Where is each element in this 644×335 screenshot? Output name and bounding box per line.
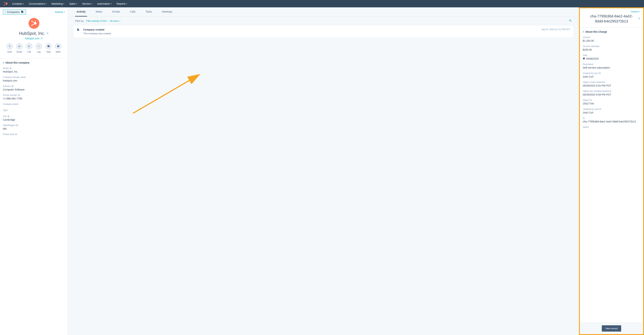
company-property[interactable]: CityiCambridge [0,114,68,123]
company-property[interactable]: Company domain namehubspot.com [0,74,68,83]
company-property[interactable]: IndustryiComputer Software [0,83,68,92]
tab-tasks[interactable]: Tasks [144,7,154,16]
tab-calls[interactable]: Calls [128,7,137,16]
charge-property[interactable]: Amount refunded$200.00 [583,44,640,53]
property-label: Postal codei [3,133,65,136]
charge-property[interactable]: Object create date/time09/28/2020 9:55 P… [583,79,640,88]
property-value: hubspot.com [3,79,65,82]
charge-property[interactable]: Status [583,124,640,130]
nav-service[interactable]: Service▾ [82,2,92,5]
tab-meetings[interactable]: Meetings [161,7,174,16]
property-label: Description [583,63,640,65]
search-icon[interactable] [569,19,572,23]
charge-title: cha-7795b36d-8ae2-4a42-9ddd-b4e295372b13 [590,14,633,23]
email-button[interactable]: ✉Email [16,43,23,53]
activity-timestamp: Sep 24, 2020 at 2:51 PM PDT [542,28,570,35]
charge-property[interactable]: Idcha-7795b36d-8ae2-4a42-9ddd-b4e295372b… [583,115,640,124]
charge-property[interactable]: Object last modified date/time09/28/2020… [583,88,640,97]
info-icon: i [16,124,18,126]
property-label: Cityi [3,115,65,118]
property-value: Computer Software [3,88,65,91]
property-label: Amount [583,36,640,39]
svg-line-14 [32,24,34,25]
property-value: $200.00 [583,48,640,51]
property-label: Object ID [583,99,640,101]
nav-reports[interactable]: Reports▾ [116,2,127,5]
tab-activity[interactable]: Activity [75,7,87,16]
center-panel: Activity Notes Emails Calls Tasks Meetin… [68,7,579,335]
chevron-down-icon: ▾ [46,3,46,5]
company-property[interactable]: Type [0,107,68,114]
log-button[interactable]: ＋Log [36,43,42,53]
tab-notes[interactable]: Notes [94,7,104,16]
activity-desc: This company was created [83,32,111,35]
property-value: 09/08/2020 [583,57,640,60]
property-label: State/Regioni [3,124,65,127]
company-property[interactable]: Company owner [0,101,68,107]
back-to-companies-button[interactable]: ‹ Companies [3,9,26,15]
nav-contacts[interactable]: Contacts▾ [12,2,24,5]
chevron-down-icon: ▾ [583,31,584,33]
property-label: Type [3,109,65,111]
nav-sales[interactable]: Sales▾ [69,2,77,5]
chevron-down-icon: ▾ [639,11,640,12]
svg-line-5 [4,4,6,5]
company-property[interactable]: Postal codei [0,132,68,138]
property-value: $1,200.00 [583,39,640,42]
about-company-section-toggle[interactable]: ▾ About this company [0,58,68,65]
edit-title-icon[interactable]: ✎ [638,17,640,20]
call-button[interactable]: ✆Call [26,43,32,53]
left-actions-dropdown[interactable]: Actions▾ [55,10,65,13]
edit-company-name-icon[interactable]: ✎ [46,32,49,35]
meet-button[interactable]: Meet [55,43,62,53]
charge-property[interactable]: Amount$1,200.00 [583,35,640,44]
svg-rect-22 [78,29,79,31]
charge-property[interactable]: Updated by user IDJosh Curl [583,106,640,115]
property-label: Amount refunded [583,45,640,47]
company-property[interactable]: NameiHubSpot, Inc. [0,65,68,74]
chevron-down-icon: ▾ [76,3,77,5]
property-label: Object create date/time [583,81,640,83]
back-label: Companies [7,10,20,13]
task-button[interactable]: Task [45,43,52,53]
right-actions-dropdown[interactable]: Actions ▾ [631,10,640,13]
svg-point-9 [34,22,36,24]
property-value: Self-service subscription [583,66,640,69]
property-label: Company domain name [3,76,65,78]
email-icon: ✉ [18,45,20,48]
property-label: Created by user ID [583,72,640,74]
company-property[interactable]: Phone numberi+1 888-482-7768 [0,92,68,101]
note-button[interactable]: ✎Note [6,43,13,53]
view-record-button[interactable]: View record [602,325,621,332]
record-tabs: Activity Notes Emails Calls Tasks Meetin… [68,7,579,17]
nav-automation[interactable]: Automation▾ [97,2,112,5]
charge-property[interactable]: Object ID25527744 [583,97,640,106]
charge-property[interactable]: DescriptionSelf-service subscription [583,61,640,70]
chevron-down-icon: ▾ [63,3,64,5]
company-domain-link[interactable]: hubspot.com [25,37,42,40]
property-label: Namei [3,67,65,69]
property-value: Josh Curl [583,111,640,114]
property-value: MA [3,127,65,130]
tab-emails[interactable]: Emails [111,7,121,16]
filter-users-dropdown[interactable]: All users ▾ [110,19,120,22]
svg-rect-17 [57,45,59,47]
about-charge-section-toggle[interactable]: ▾ About this Charge [583,27,640,35]
activity-card: Company created This company was created… [73,25,574,38]
svg-point-19 [570,20,571,21]
charge-property[interactable]: Date09/08/2020 [583,53,640,61]
right-preview-panel: Actions ▾ cha-7795b36d-8ae2-4a42-9ddd-b4… [579,7,644,335]
hubspot-logo-icon [4,1,8,6]
property-label: Status [583,126,640,128]
company-property[interactable]: State/RegioniMA [0,123,68,132]
svg-line-4 [4,2,6,3]
svg-rect-7 [21,10,22,13]
svg-rect-24 [583,58,585,58]
nav-conversations[interactable]: Conversations▾ [29,2,46,5]
property-label: Id [583,117,640,119]
nav-marketing[interactable]: Marketing▾ [52,2,64,5]
chevron-down-icon: ▾ [120,20,120,22]
chevron-down-icon: ▾ [126,3,127,5]
charge-property[interactable]: Created by user IDJosh Curl [583,70,640,79]
filter-activity-dropdown[interactable]: Filter activity (7/10) ▾ [86,19,108,22]
